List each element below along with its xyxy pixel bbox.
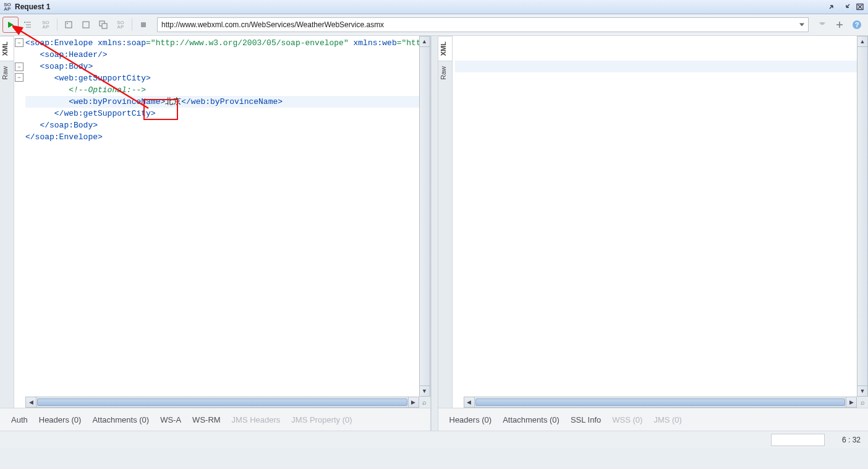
tag: </soap:Envelope> bbox=[25, 132, 103, 142]
tab-attachments[interactable]: Attachments (0) bbox=[92, 415, 149, 424]
attr: xmlns:soap bbox=[93, 38, 146, 48]
clone-request-button[interactable] bbox=[96, 17, 111, 32]
tab-wsrm[interactable]: WS-RM bbox=[192, 415, 221, 424]
maximize-internal-icon[interactable] bbox=[841, 2, 852, 12]
recreate-request-button[interactable] bbox=[61, 17, 76, 32]
svg-point-2 bbox=[67, 23, 68, 24]
scroll-up-icon[interactable]: ▲ bbox=[857, 37, 867, 47]
request-side-tabs: XML Raw bbox=[0, 36, 14, 408]
response-code bbox=[455, 37, 857, 397]
scroll-down-icon[interactable]: ▼ bbox=[420, 385, 430, 396]
tab-raw-resp[interactable]: Raw bbox=[438, 61, 452, 85]
separator bbox=[57, 19, 57, 31]
scroll-left-icon[interactable]: ◀ bbox=[26, 397, 36, 407]
fold-toggle[interactable]: − bbox=[15, 38, 23, 47]
status-box bbox=[771, 434, 825, 446]
attr-val: ="http://WebXml.com.cn/" bbox=[397, 38, 419, 48]
minimize-internal-icon[interactable] bbox=[827, 2, 838, 12]
soap-button[interactable]: SO AP bbox=[38, 17, 53, 32]
tab-jms-headers[interactable]: JMS Headers bbox=[232, 415, 281, 424]
svg-rect-3 bbox=[83, 22, 89, 28]
soap-icon: SO AP bbox=[2, 2, 12, 12]
tab-auth[interactable]: Auth bbox=[11, 415, 28, 424]
tab-ssl[interactable]: SSL Info bbox=[571, 415, 601, 424]
tag: <soap:Envelope bbox=[25, 38, 93, 48]
scroll-down-icon[interactable]: ▼ bbox=[857, 385, 867, 396]
scroll-right-icon[interactable]: ▶ bbox=[846, 397, 856, 407]
tab-headers[interactable]: Headers (0) bbox=[39, 415, 82, 424]
fold-toggle-2[interactable]: − bbox=[15, 62, 23, 71]
scroll-right-icon[interactable]: ▶ bbox=[408, 397, 419, 407]
svg-rect-1 bbox=[66, 22, 72, 28]
attr: xmlns:web bbox=[349, 38, 397, 48]
title-controls bbox=[827, 2, 866, 12]
svg-text:?: ? bbox=[855, 21, 859, 28]
zoom-icon[interactable]: ⌕ bbox=[419, 397, 430, 408]
tab-wss[interactable]: WSS (0) bbox=[612, 415, 642, 424]
main-split: XML Raw − − − <soap:Envelope xmlns:soap=… bbox=[0, 36, 868, 431]
soap-disabled-button[interactable]: SO AP bbox=[113, 17, 128, 32]
endpoint-url-text: http://www.webxml.com.cn/WebServices/Wea… bbox=[161, 20, 384, 29]
add-button[interactable] bbox=[832, 17, 847, 32]
toggle-tabs-button[interactable] bbox=[815, 17, 830, 32]
xml-code[interactable]: <soap:Envelope xmlns:soap="http://www.w3… bbox=[25, 37, 419, 397]
tab-jms-property[interactable]: JMS Property (0) bbox=[291, 415, 352, 424]
toolbar: SO AP SO AP http://www.webxml.com.cn/Web… bbox=[0, 14, 868, 36]
tag: <web:getSupportCity> bbox=[25, 74, 151, 83]
request-pane: XML Raw − − − <soap:Envelope xmlns:soap=… bbox=[0, 36, 431, 431]
title-bar: SO AP Request 1 bbox=[0, 0, 868, 14]
tag: </soap:Body> bbox=[25, 121, 98, 130]
response-pane: XML Raw ▲ ▼ ◀ ▶ ⌕ bbox=[438, 36, 869, 431]
close-internal-icon[interactable] bbox=[854, 2, 866, 12]
tag: </web:getSupportCity> bbox=[25, 109, 156, 118]
tab-attachments-resp[interactable]: Attachments (0) bbox=[503, 415, 560, 424]
scroll-up-icon[interactable]: ▲ bbox=[420, 37, 430, 47]
request-editor[interactable]: − − − <soap:Envelope xmlns:soap="http://… bbox=[14, 36, 430, 408]
tab-jms[interactable]: JMS (0) bbox=[653, 415, 682, 424]
fold-toggle-3[interactable]: − bbox=[15, 73, 23, 82]
tab-wsa[interactable]: WS-A bbox=[160, 415, 181, 424]
response-vscroll[interactable]: ▲ ▼ bbox=[857, 36, 868, 397]
request-body: XML Raw − − − <soap:Envelope xmlns:soap=… bbox=[0, 36, 430, 408]
endpoint-url-input[interactable]: http://www.webxml.com.cn/WebServices/Wea… bbox=[157, 17, 809, 32]
attr-val: ="http://www.w3.org/2003/05/soap-envelop… bbox=[146, 38, 349, 48]
separator-2 bbox=[132, 19, 132, 31]
response-hscroll[interactable]: ◀ ▶ bbox=[464, 397, 857, 408]
cursor-position: 6 : 32 bbox=[830, 436, 861, 444]
request-window: SO AP Request 1 SO AP bbox=[0, 0, 868, 469]
request-hscroll[interactable]: ◀ ▶ bbox=[25, 397, 419, 408]
tag: </web:byProvinceName> bbox=[181, 97, 283, 106]
tab-xml[interactable]: XML bbox=[0, 36, 14, 61]
svg-rect-6 bbox=[141, 22, 146, 27]
tab-headers-resp[interactable]: Headers (0) bbox=[449, 415, 492, 424]
create-empty-button[interactable] bbox=[79, 17, 93, 32]
stop-button[interactable] bbox=[136, 17, 151, 32]
help-button[interactable]: ? bbox=[849, 17, 864, 32]
tab-raw[interactable]: Raw bbox=[0, 61, 14, 85]
scroll-thumb[interactable] bbox=[475, 398, 846, 406]
tag: <soap:Header/> bbox=[25, 50, 108, 59]
scroll-thumb[interactable] bbox=[37, 398, 407, 406]
request-bottom-tabs: Auth Headers (0) Attachments (0) WS-A WS… bbox=[0, 408, 430, 431]
window-title: Request 1 bbox=[15, 2, 827, 11]
response-bottom-tabs: Headers (0) Attachments (0) SSL Info WSS… bbox=[438, 408, 869, 431]
response-editor[interactable]: ▲ ▼ ◀ ▶ ⌕ bbox=[453, 36, 869, 408]
status-bar: 6 : 32 bbox=[0, 431, 868, 449]
run-button[interactable] bbox=[2, 17, 19, 33]
svg-rect-5 bbox=[102, 24, 107, 28]
tab-xml-resp[interactable]: XML bbox=[438, 36, 452, 61]
response-side-tabs: XML Raw bbox=[438, 36, 453, 408]
request-vscroll[interactable]: ▲ ▼ bbox=[419, 36, 430, 397]
scroll-left-icon[interactable]: ◀ bbox=[464, 397, 475, 407]
zoom-icon[interactable]: ⌕ bbox=[857, 397, 868, 408]
fold-gutter: − − − bbox=[14, 36, 24, 397]
add-assertion-button[interactable] bbox=[21, 17, 36, 32]
response-body: XML Raw ▲ ▼ ◀ ▶ ⌕ bbox=[438, 36, 869, 408]
tag: <web:byProvinceName> bbox=[25, 97, 165, 106]
pane-divider[interactable] bbox=[431, 36, 438, 431]
comment: <!--Optional:--> bbox=[25, 85, 146, 95]
tag: <soap:Body> bbox=[25, 62, 93, 71]
province-value[interactable]: 北京 bbox=[165, 97, 181, 106]
